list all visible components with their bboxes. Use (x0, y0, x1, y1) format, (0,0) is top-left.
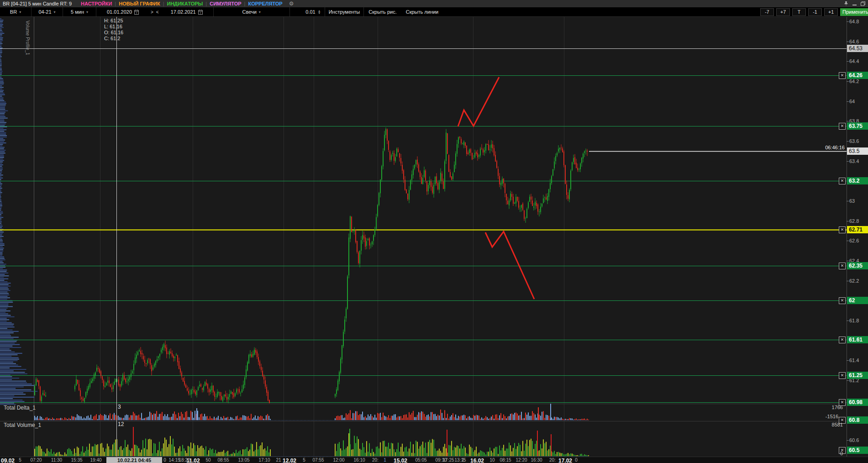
toolbar: BR ▾ 04-21 ▾ 5 мин ▾ 01.01.2020 7 > < 17… (0, 7, 868, 17)
spinner-down-icon[interactable]: ▼ (318, 12, 321, 14)
tooltip-high: H: 61.25 (104, 18, 123, 24)
menu-bar: BR [04-21] 5 мин Candle RT: 9 НАСТРОЙКИ|… (0, 0, 868, 7)
level-checkbox[interactable]: ✕ (839, 372, 846, 379)
time-axis-label: 19:40 (90, 458, 101, 463)
timeframe-value: 5 мин (71, 9, 84, 15)
ohlc-tooltip: H: 61.25 L: 61.16 O: 61.16 C: 61.2 (104, 18, 123, 42)
date-from-field[interactable]: 01.01.2020 7 (96, 7, 149, 16)
range-buttons: -7 +7 T -1 +1 Применить (760, 7, 868, 16)
chevron-down-icon: ▾ (86, 10, 88, 14)
restore-icon[interactable] (861, 1, 865, 6)
price-chart[interactable] (0, 0, 868, 463)
menu-separator: | (115, 1, 116, 6)
trading-terminal-window: BR [04-21] 5 мин Candle RT: 9 НАСТРОЙКИ|… (0, 0, 868, 463)
time-axis-label: 17:10 (258, 458, 270, 463)
level-checkbox[interactable]: ✕ (839, 226, 846, 233)
chart-title: BR [04-21] 5 мин Candle RT: 9 (3, 1, 72, 6)
svg-text:7: 7 (136, 11, 137, 14)
delta-min-value: -1516 (811, 414, 838, 419)
time-axis-label: 50 (205, 458, 210, 463)
crosshair-delta-value: 3 (118, 404, 121, 410)
crosshair-volume-value: 12 (118, 421, 124, 427)
tooltip-close: C: 61.2 (104, 36, 123, 42)
level-checkbox[interactable]: ✕ (839, 263, 846, 269)
menu-item[interactable]: НАСТРОЙКИ (81, 1, 112, 6)
range-plus7-button[interactable]: +7 (776, 8, 790, 16)
date-to-field[interactable]: 17.02.2021 7 (160, 7, 214, 16)
level-checkbox[interactable]: ✕ (839, 72, 846, 79)
time-axis-label: 5 (19, 458, 21, 463)
range-minus1-button[interactable]: -1 (808, 8, 822, 16)
time-axis-label: 18:20 (179, 458, 190, 463)
level-checkbox[interactable]: ✕ (839, 178, 846, 184)
level-checkbox[interactable]: ✕ (839, 297, 846, 304)
time-axis-label: 13:05 (238, 458, 249, 463)
date-to-value: 17.02.2021 (171, 9, 196, 15)
time-axis-label: 16:30 (531, 458, 542, 463)
chevron-down-icon: ▾ (259, 10, 261, 14)
time-axis-label: 15:35 (71, 458, 82, 463)
menu-separator: | (244, 1, 246, 6)
menu-item[interactable]: КОРРЕЛЯТОР (248, 1, 282, 6)
time-axis-label: 20: (372, 458, 379, 463)
time-axis-day-label: 12.02 (283, 458, 296, 463)
time-axis-label: 0 (163, 458, 166, 463)
volume-max-value: 8581 (815, 422, 843, 427)
hide-drawings-button[interactable]: Скрыть рис. (364, 9, 401, 15)
time-axis-day-label: 17.02 (558, 458, 572, 463)
symbol-dropdown[interactable]: BR ▾ (0, 7, 32, 16)
menu-separator: | (205, 1, 207, 6)
time-axis-label: 05:05 (415, 458, 426, 463)
gear-icon[interactable]: ⚙ (289, 1, 294, 6)
calendar-icon: 7 (198, 10, 203, 15)
pin-icon[interactable] (844, 1, 848, 6)
menu-item[interactable]: ИНДИКАТОРЫ (167, 1, 203, 6)
time-axis-day-label: 15.02 (394, 458, 407, 463)
menu-item[interactable]: СИМУЛЯТОР (210, 1, 241, 6)
time-axis-label: 20: (549, 458, 556, 463)
range-plus1-button[interactable]: +1 (824, 8, 838, 16)
chevron-down-icon: ▾ (54, 10, 56, 14)
time-axis-label: 08:15 (500, 458, 511, 463)
last-price-time: 06:46:16 (809, 145, 845, 150)
shift-back-button[interactable]: < (155, 10, 160, 15)
time-axis-label: 11:30 (51, 458, 62, 463)
time-axis-label: 17:25 (442, 458, 454, 463)
delta-max-value: 1766 (815, 405, 843, 410)
time-axis[interactable]: 10.02.21 04:45 09.0211.0212.0215.0216.02… (0, 457, 868, 463)
time-axis-label: 12:20 (516, 458, 527, 463)
contract-dropdown[interactable]: 04-21 ▾ (32, 7, 63, 16)
time-axis-label: 5 (303, 458, 305, 463)
time-axis-label: 16:10 (353, 458, 365, 463)
tooltip-open: O: 61.16 (104, 30, 123, 36)
minimize-icon[interactable] (852, 2, 857, 6)
time-axis-label: 10 (489, 458, 494, 463)
time-axis-day-label: 16.02 (470, 458, 484, 463)
timeframe-dropdown[interactable]: 5 мин ▾ (63, 7, 96, 16)
shift-forward-button[interactable]: > (149, 10, 155, 15)
hide-lines-button[interactable]: Скрыть линии (401, 9, 443, 15)
tooltip-low: L: 61.16 (104, 24, 123, 30)
calendar-icon: 7 (134, 10, 139, 15)
symbol-value: BR (10, 9, 17, 15)
apply-button[interactable]: Применить (840, 8, 868, 16)
volume-panel-label: Total Volume_1 (4, 422, 41, 428)
tick-size-value: 0.01 (305, 9, 315, 15)
tools-button[interactable]: Инструменты (325, 7, 364, 16)
time-axis-label: 12:00 (333, 458, 344, 463)
window-controls (844, 1, 865, 6)
range-minus7-button[interactable]: -7 (760, 8, 774, 16)
menu-separator: | (163, 1, 164, 6)
time-axis-label: 07:55 (312, 458, 324, 463)
level-checkbox[interactable]: ✕ (839, 337, 846, 343)
time-axis-label: 0 (575, 458, 578, 463)
level-checkbox[interactable]: ✕ (839, 123, 846, 130)
time-axis-label: 1 (384, 458, 386, 463)
svg-text:7: 7 (200, 11, 201, 14)
time-axis-label: 2 (462, 458, 464, 463)
range-today-button[interactable]: T (792, 8, 806, 16)
menu-item[interactable]: НОВЫЙ ГРАФИК (119, 1, 160, 6)
date-from-value: 01.01.2020 (107, 9, 132, 15)
chart-type-dropdown[interactable]: Свечи ▾ (214, 7, 290, 16)
tick-size-stepper[interactable]: 0.01 ▲▼ (290, 7, 325, 16)
